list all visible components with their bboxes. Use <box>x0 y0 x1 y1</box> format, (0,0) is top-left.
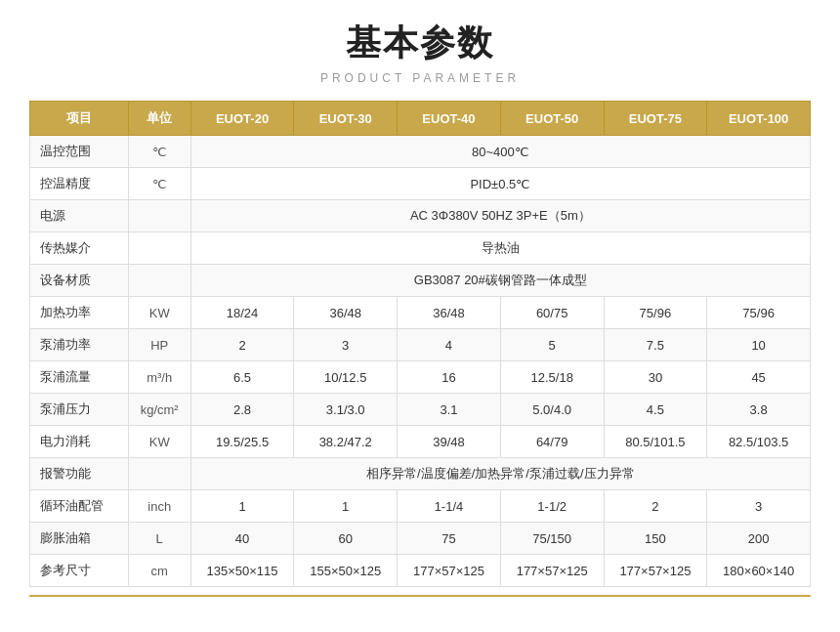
row-cell: 75/150 <box>500 523 604 555</box>
row-cell: 18/24 <box>190 297 294 329</box>
table-header-row: 项目 单位 EUOT-20 EUOT-30 EUOT-40 EUOT-50 EU… <box>30 102 811 136</box>
row-cell: 1 <box>190 490 294 523</box>
col-header-euot100: EUOT-100 <box>707 102 811 136</box>
col-header-euot20: EUOT-20 <box>190 102 294 136</box>
row-cell: 80.5/101.5 <box>604 426 707 458</box>
col-header-euot30: EUOT-30 <box>294 102 398 136</box>
col-header-unit: 单位 <box>128 102 190 136</box>
row-cell: 30 <box>604 361 707 394</box>
row-cell: 16 <box>398 361 501 394</box>
page-title: 基本参数 <box>29 20 811 67</box>
row-cell: 3.1 <box>398 394 501 426</box>
row-label: 报警功能 <box>30 458 129 490</box>
row-cell: 7.5 <box>604 329 707 361</box>
row-label: 温控范围 <box>30 136 129 168</box>
row-cell: 3.1/3.0 <box>294 394 398 426</box>
table-row: 加热功率KW18/2436/4836/4860/7575/9675/96 <box>30 297 811 329</box>
row-cell: 64/79 <box>500 426 604 458</box>
row-cell: 177×57×125 <box>398 555 501 587</box>
row-cell: 1 <box>294 490 398 523</box>
row-cell: 177×57×125 <box>604 555 707 587</box>
bottom-divider <box>29 595 811 597</box>
row-unit: kg/cm² <box>128 394 190 426</box>
table-row: 泵浦压力kg/cm²2.83.1/3.03.15.0/4.04.53.8 <box>30 394 811 426</box>
row-cell: 38.2/47.2 <box>294 426 398 458</box>
row-label: 传热媒介 <box>30 232 129 265</box>
row-label: 膨胀油箱 <box>30 523 129 555</box>
row-unit: m³/h <box>128 361 190 394</box>
row-cell: 2 <box>604 490 707 523</box>
row-label: 设备材质 <box>30 265 129 297</box>
row-cell: 135×50×115 <box>190 555 294 587</box>
col-header-item: 项目 <box>30 102 129 136</box>
row-label: 电力消耗 <box>30 426 129 458</box>
row-label: 泵浦压力 <box>30 394 129 426</box>
row-cell: 39/48 <box>398 426 501 458</box>
table-row: 泵浦功率HP23457.510 <box>30 329 811 361</box>
row-cell: 19.5/25.5 <box>190 426 294 458</box>
row-cell: 75/96 <box>707 297 811 329</box>
row-cell: 3 <box>294 329 398 361</box>
row-label: 电源 <box>30 200 129 232</box>
row-cell: 5.0/4.0 <box>500 394 604 426</box>
row-cell: 3.8 <box>707 394 811 426</box>
row-cell: 40 <box>190 523 294 555</box>
table-row: 传热媒介导热油 <box>30 232 811 265</box>
row-cell: 150 <box>604 523 707 555</box>
row-cell: 60/75 <box>500 297 604 329</box>
page-subtitle: PRODUCT PARAMETER <box>29 71 811 85</box>
row-unit <box>128 232 190 265</box>
row-cell: 155×50×125 <box>294 555 398 587</box>
row-unit: KW <box>128 426 190 458</box>
row-unit: ℃ <box>128 168 190 200</box>
row-label: 加热功率 <box>30 297 129 329</box>
row-cell: 200 <box>707 523 811 555</box>
table-row: 控温精度℃PID±0.5℃ <box>30 168 811 200</box>
row-cell: 2.8 <box>190 394 294 426</box>
row-span-value: PID±0.5℃ <box>190 168 810 200</box>
row-label: 控温精度 <box>30 168 129 200</box>
row-unit: KW <box>128 297 190 329</box>
row-unit <box>128 265 190 297</box>
col-header-euot50: EUOT-50 <box>500 102 604 136</box>
table-row: 参考尺寸cm135×50×115155×50×125177×57×125177×… <box>30 555 811 587</box>
table-row: 温控范围℃80~400℃ <box>30 136 811 168</box>
table-row: 电力消耗KW19.5/25.538.2/47.239/4864/7980.5/1… <box>30 426 811 458</box>
table-row: 报警功能相序异常/温度偏差/加热异常/泵浦过载/压力异常 <box>30 458 811 490</box>
row-span-value: 80~400℃ <box>190 136 810 168</box>
row-cell: 177×57×125 <box>500 555 604 587</box>
row-cell: 75 <box>398 523 501 555</box>
row-unit: ℃ <box>128 136 190 168</box>
row-cell: 10/12.5 <box>294 361 398 394</box>
row-unit <box>128 458 190 490</box>
col-header-euot40: EUOT-40 <box>398 102 501 136</box>
row-cell: 36/48 <box>398 297 501 329</box>
row-cell: 10 <box>707 329 811 361</box>
row-cell: 36/48 <box>294 297 398 329</box>
row-cell: 4 <box>398 329 501 361</box>
row-label: 泵浦功率 <box>30 329 129 361</box>
table-row: 设备材质GB3087 20#碳钢管路一体成型 <box>30 265 811 297</box>
row-cell: 1-1/4 <box>398 490 501 523</box>
params-table: 项目 单位 EUOT-20 EUOT-30 EUOT-40 EUOT-50 EU… <box>29 101 811 587</box>
table-row: 循环油配管inch111-1/41-1/223 <box>30 490 811 523</box>
row-label: 参考尺寸 <box>30 555 129 587</box>
row-span-value: GB3087 20#碳钢管路一体成型 <box>190 265 810 297</box>
row-cell: 5 <box>500 329 604 361</box>
row-label: 泵浦流量 <box>30 361 129 394</box>
row-cell: 1-1/2 <box>500 490 604 523</box>
row-span-value: 导热油 <box>190 232 810 265</box>
row-unit: inch <box>128 490 190 523</box>
row-cell: 82.5/103.5 <box>707 426 811 458</box>
table-row: 电源AC 3Φ380V 50HZ 3P+E（5m） <box>30 200 811 232</box>
row-cell: 12.5/18 <box>500 361 604 394</box>
row-cell: 60 <box>294 523 398 555</box>
row-span-value: 相序异常/温度偏差/加热异常/泵浦过载/压力异常 <box>190 458 810 490</box>
row-unit <box>128 200 190 232</box>
row-span-value: AC 3Φ380V 50HZ 3P+E（5m） <box>190 200 810 232</box>
row-cell: 45 <box>707 361 811 394</box>
row-unit: cm <box>128 555 190 587</box>
row-cell: 4.5 <box>604 394 707 426</box>
col-header-euot75: EUOT-75 <box>604 102 707 136</box>
row-label: 循环油配管 <box>30 490 129 523</box>
